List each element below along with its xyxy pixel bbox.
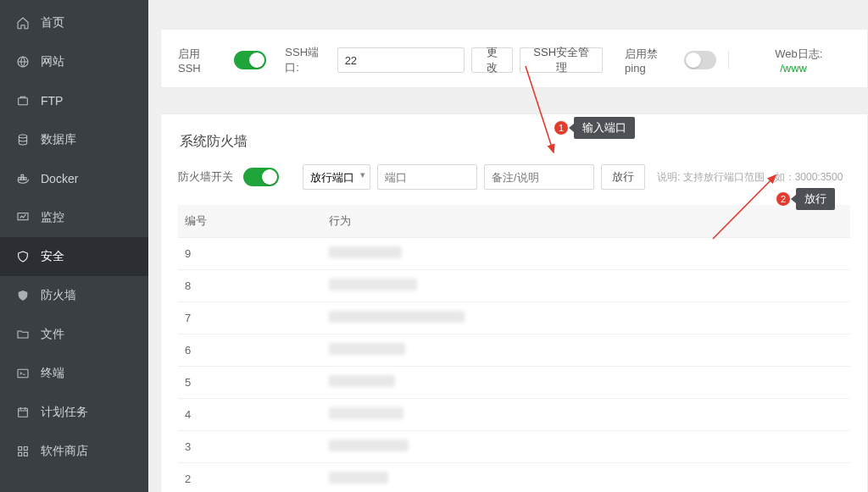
sidebar-item-label: 网站 [41, 54, 64, 69]
terminal-icon [15, 366, 31, 381]
sidebar-item-security[interactable]: 安全 [0, 237, 148, 276]
table-row: 4 [178, 399, 850, 431]
fw-remark-input[interactable] [484, 164, 594, 190]
sidebar-item-cron[interactable]: 计划任务 [0, 393, 148, 432]
sidebar-item-firewall[interactable]: 防火墙 [0, 276, 148, 315]
col-no: 编号 [178, 205, 322, 238]
firewall-card: 系统防火墙 防火墙开关 放行端口 放行 说明: 支持放行端口范围，如：3000:… [160, 113, 868, 492]
cell-action [322, 270, 850, 302]
table-row: 6 [178, 334, 850, 367]
home-icon [15, 15, 31, 30]
sidebar-item-label: 监控 [41, 210, 64, 225]
sidebar-item-label: Docker [41, 172, 78, 185]
cell-action [322, 367, 850, 399]
sidebar-item-docker[interactable]: Docker [0, 159, 148, 198]
cron-icon [15, 405, 31, 420]
monitor-icon [15, 210, 31, 225]
svg-rect-5 [24, 178, 26, 180]
sidebar-item-home[interactable]: 首页 [0, 3, 148, 42]
sidebar-item-label: 防火墙 [41, 288, 76, 303]
ssh-enable-label: 启用SSH [178, 47, 219, 75]
ssh-port-label: SSH端口: [285, 45, 328, 75]
svg-rect-4 [21, 178, 24, 180]
svg-rect-6 [21, 174, 24, 177]
svg-rect-11 [24, 447, 27, 451]
weblog-label: Web日志: /www [775, 47, 850, 75]
cell-no: 7 [178, 302, 322, 334]
svg-rect-8 [18, 369, 28, 377]
fw-hint: 说明: 支持放行端口范围，如：3000:3500 [657, 170, 843, 185]
fw-table: 编号 行为 98765432 [178, 205, 850, 492]
col-action: 行为 [322, 205, 850, 238]
fw-switch-label: 防火墙开关 [178, 169, 233, 185]
ssh-toggle[interactable] [234, 51, 266, 69]
fw-port-input[interactable] [377, 164, 477, 190]
table-row: 2 [178, 463, 850, 493]
table-row: 5 [178, 367, 850, 399]
sidebar-item-site[interactable]: 网站 [0, 42, 148, 81]
fw-type-select-wrap: 放行端口 [303, 164, 370, 190]
sidebar-item-label: 计划任务 [41, 405, 88, 420]
ssh-port-input[interactable] [337, 47, 465, 73]
fw-allow-button[interactable]: 放行 [601, 164, 645, 190]
cell-no: 9 [178, 238, 322, 270]
sidebar-item-label: 安全 [41, 249, 64, 264]
site-icon [15, 54, 31, 69]
section-title: 系统防火墙 [178, 130, 850, 164]
sidebar-item-files[interactable]: 文件 [0, 315, 148, 354]
table-row: 3 [178, 431, 850, 463]
cell-action [322, 463, 850, 493]
cell-no: 5 [178, 367, 322, 399]
main: 启用SSH SSH端口: 更改 SSH安全管理 启用禁ping Web日志: /… [148, 0, 868, 492]
table-row: 9 [178, 238, 850, 270]
weblog-link[interactable]: /www [780, 62, 807, 75]
svg-rect-9 [19, 408, 28, 417]
ssh-modify-button[interactable]: 更改 [471, 47, 514, 73]
sidebar-item-ftp[interactable]: FTP [0, 81, 148, 120]
sidebar-item-label: FTP [41, 94, 63, 108]
ssh-security-button[interactable]: SSH安全管理 [520, 47, 603, 73]
sidebar-item-label: 终端 [41, 366, 64, 381]
svg-rect-10 [19, 447, 22, 451]
files-icon [15, 327, 31, 342]
ping-toggle[interactable] [684, 51, 716, 69]
firewall-icon [15, 288, 31, 303]
sidebar-item-terminal[interactable]: 终端 [0, 354, 148, 393]
cell-no: 2 [178, 463, 322, 493]
divider [728, 51, 729, 69]
svg-rect-1 [19, 98, 28, 105]
cell-action [322, 238, 850, 270]
cell-no: 8 [178, 270, 322, 302]
svg-rect-3 [19, 178, 21, 180]
ssh-card: 启用SSH SSH端口: 更改 SSH安全管理 启用禁ping Web日志: /… [160, 29, 868, 88]
svg-rect-13 [24, 452, 27, 456]
sidebar-item-label: 数据库 [41, 132, 76, 147]
svg-rect-12 [19, 452, 22, 456]
cell-no: 4 [178, 399, 322, 431]
sidebar: 首页网站FTP数据库Docker监控安全防火墙文件终端计划任务软件商店 [0, 0, 148, 492]
sidebar-item-label: 首页 [41, 15, 64, 30]
sidebar-item-database[interactable]: 数据库 [0, 120, 148, 159]
docker-icon [15, 171, 31, 186]
cell-action [322, 431, 850, 463]
table-row: 8 [178, 270, 850, 302]
fw-type-select[interactable]: 放行端口 [303, 164, 370, 190]
sidebar-item-label: 软件商店 [41, 444, 88, 459]
sidebar-item-appstore[interactable]: 软件商店 [0, 432, 148, 471]
ping-label: 启用禁ping [625, 47, 674, 75]
cell-no: 6 [178, 334, 322, 367]
cell-no: 3 [178, 431, 322, 463]
cell-action [322, 399, 850, 431]
cell-action [322, 334, 850, 367]
security-icon [15, 249, 31, 264]
svg-point-2 [19, 135, 26, 138]
cell-action [322, 302, 850, 334]
table-row: 7 [178, 302, 850, 334]
appstore-icon [15, 444, 31, 459]
database-icon [15, 132, 31, 147]
sidebar-item-label: 文件 [41, 327, 64, 342]
fw-toggle[interactable] [243, 168, 279, 186]
ftp-icon [15, 93, 31, 108]
sidebar-item-monitor[interactable]: 监控 [0, 198, 148, 237]
